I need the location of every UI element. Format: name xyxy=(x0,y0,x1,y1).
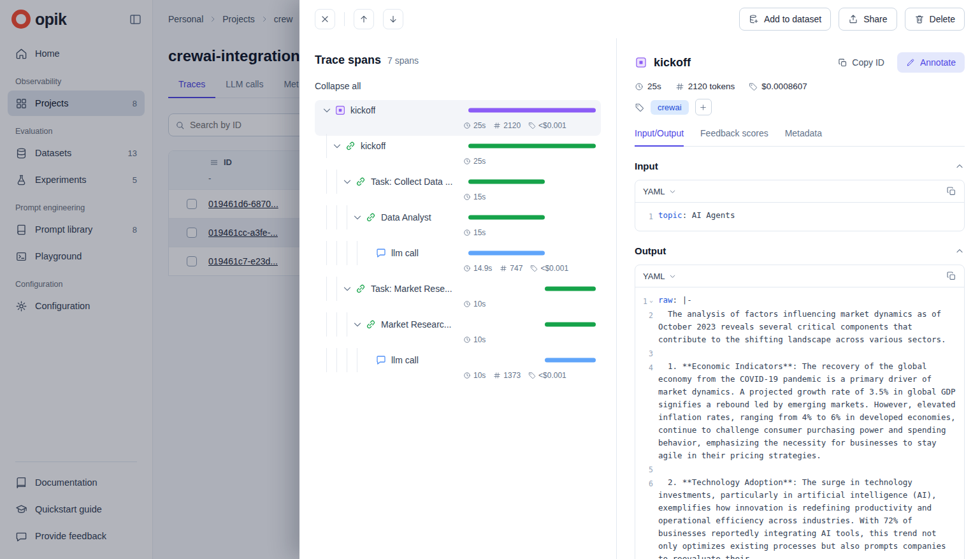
add-to-dataset-label: Add to dataset xyxy=(764,14,821,24)
clock-icon xyxy=(463,300,471,308)
span-row-main: llm call xyxy=(321,351,596,369)
line-number: 3 xyxy=(638,346,658,360)
previous-trace-button[interactable] xyxy=(354,9,374,29)
span-tokens: 2120 xyxy=(493,121,521,130)
copy-input-icon[interactable] xyxy=(946,186,956,196)
tree-indent-guide xyxy=(331,247,342,259)
collapse-chevron-icon[interactable] xyxy=(342,283,353,294)
collapse-chevron-icon[interactable] xyxy=(331,140,343,152)
detail-tab-feedback-scores[interactable]: Feedback scores xyxy=(700,128,768,146)
collapse-chevron-icon[interactable] xyxy=(342,176,353,187)
copy-icon xyxy=(838,58,847,68)
collapse-input-icon[interactable] xyxy=(955,161,965,171)
output-format-select[interactable]: YAML xyxy=(643,272,677,281)
span-label: kickoff xyxy=(361,141,386,151)
input-section-header: Input xyxy=(635,161,965,171)
pencil-icon xyxy=(906,58,915,67)
panel-toolbar: Add to dataset Share Delete xyxy=(299,0,980,38)
code-text xyxy=(658,346,956,360)
copy-output-icon[interactable] xyxy=(946,271,956,281)
span-label: kickoff xyxy=(350,105,375,115)
span-row-main: Task: Market Rese... xyxy=(321,280,596,298)
tree-indent-guide xyxy=(342,247,352,259)
trace-spans-title: Trace spans xyxy=(315,54,381,67)
span-chain-icon xyxy=(355,176,366,187)
input-section: Input YAML 1topic: AI Agents xyxy=(635,161,965,231)
line-number: 2 xyxy=(638,308,658,346)
add-tag-button[interactable] xyxy=(695,99,712,115)
next-trace-button[interactable] xyxy=(383,9,403,29)
span-stats: 10s xyxy=(463,333,596,350)
fold-icon[interactable]: ⌄ xyxy=(649,295,653,308)
code-text: 2. **Technology Adoption**: The surge in… xyxy=(658,476,956,559)
span-detail-title: kickoff xyxy=(654,56,832,69)
span-label: Task: Collect Data ... xyxy=(371,177,452,187)
toolbar-divider xyxy=(344,12,345,26)
annotate-button[interactable]: Annotate xyxy=(897,52,965,73)
delete-button[interactable]: Delete xyxy=(905,8,965,31)
code-line: 6 2. **Technology Adoption**: The surge … xyxy=(638,476,956,559)
output-format-label: YAML xyxy=(643,272,665,281)
tree-indent-guide xyxy=(331,283,342,294)
tags-row: crewai xyxy=(635,99,965,115)
trace-tokens-value: 2120 tokens xyxy=(688,82,735,91)
output-codebox: YAML 1⌄raw: |-2 The analysis of factors … xyxy=(635,265,965,559)
span-label: Task: Market Rese... xyxy=(371,284,452,294)
share-button[interactable]: Share xyxy=(839,8,897,31)
span-tokens: 1373 xyxy=(493,371,521,380)
add-to-dataset-button[interactable]: Add to dataset xyxy=(739,8,831,31)
span-row-6[interactable]: Market Researc...10s xyxy=(315,314,601,350)
span-duration: 15s xyxy=(463,192,486,201)
trace-spans-column: Trace spans 7 spans Collapse all kickoff… xyxy=(299,38,617,559)
annotate-label: Annotate xyxy=(920,57,956,68)
span-duration-track xyxy=(468,316,596,333)
span-cost: <$0.001 xyxy=(530,264,568,273)
tag-icon xyxy=(530,265,538,272)
span-stats: 10s xyxy=(463,298,596,314)
collapse-output-icon[interactable] xyxy=(955,246,965,256)
share-label: Share xyxy=(863,14,887,24)
span-row-4[interactable]: llm call14.9s747<$0.001 xyxy=(315,243,601,279)
span-chain-icon xyxy=(365,319,377,330)
line-number: 5 xyxy=(638,462,658,476)
trash-icon xyxy=(914,14,925,24)
collapse-all-button[interactable]: Collapse all xyxy=(315,81,361,91)
span-row-3[interactable]: Data Analyst15s xyxy=(315,207,601,243)
input-format-select[interactable]: YAML xyxy=(643,187,677,196)
tree-indent-guide xyxy=(321,140,331,152)
panel-toolbar-left xyxy=(315,9,403,29)
detail-tab-metadata[interactable]: Metadata xyxy=(785,128,822,146)
span-row-left: kickoff xyxy=(321,140,461,152)
collapse-chevron-icon[interactable] xyxy=(352,319,363,330)
span-duration-bar xyxy=(545,287,596,291)
span-stats: 10s1373<$0.001 xyxy=(463,369,596,386)
code-line: 5 xyxy=(638,462,956,476)
copy-id-button[interactable]: Copy ID xyxy=(838,57,884,68)
code-text xyxy=(658,462,956,476)
span-stats: 25s2120<$0.001 xyxy=(463,119,596,136)
span-row-main: kickoff xyxy=(321,101,596,119)
span-duration: 15s xyxy=(463,228,486,237)
trace-icon xyxy=(635,56,647,69)
close-button[interactable] xyxy=(315,9,335,29)
delete-label: Delete xyxy=(930,14,955,24)
span-row-left: Market Researc... xyxy=(321,319,461,330)
span-duration-track xyxy=(468,351,596,369)
output-code: 1⌄raw: |-2 The analysis of factors influ… xyxy=(635,287,964,559)
span-row-2[interactable]: Task: Collect Data ...15s xyxy=(315,171,601,207)
span-row-left: Task: Market Rese... xyxy=(321,283,461,294)
span-duration-track xyxy=(468,208,596,226)
span-row-left: Data Analyst xyxy=(321,212,461,223)
tag-chip[interactable]: crewai xyxy=(651,100,689,115)
span-detail-header: kickoff Copy ID Annotate xyxy=(635,52,965,73)
span-row-0[interactable]: kickoff25s2120<$0.001 xyxy=(315,100,601,136)
span-row-1[interactable]: kickoff25s xyxy=(315,136,601,171)
span-row-7[interactable]: llm call10s1373<$0.001 xyxy=(315,350,601,386)
code-line: 1⌄raw: |- xyxy=(638,294,956,308)
collapse-chevron-icon[interactable] xyxy=(321,105,333,116)
span-row-5[interactable]: Task: Market Rese...10s xyxy=(315,279,601,314)
collapse-chevron-icon[interactable] xyxy=(352,212,363,223)
span-duration-bar xyxy=(545,358,596,363)
detail-tab-input-output[interactable]: Input/Output xyxy=(635,128,684,147)
span-duration: 10s xyxy=(463,371,486,380)
